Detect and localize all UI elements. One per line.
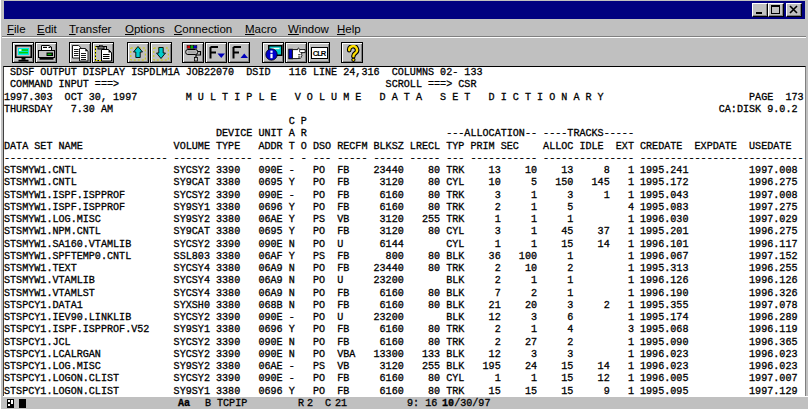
svg-text:CLR: CLR — [313, 49, 327, 58]
